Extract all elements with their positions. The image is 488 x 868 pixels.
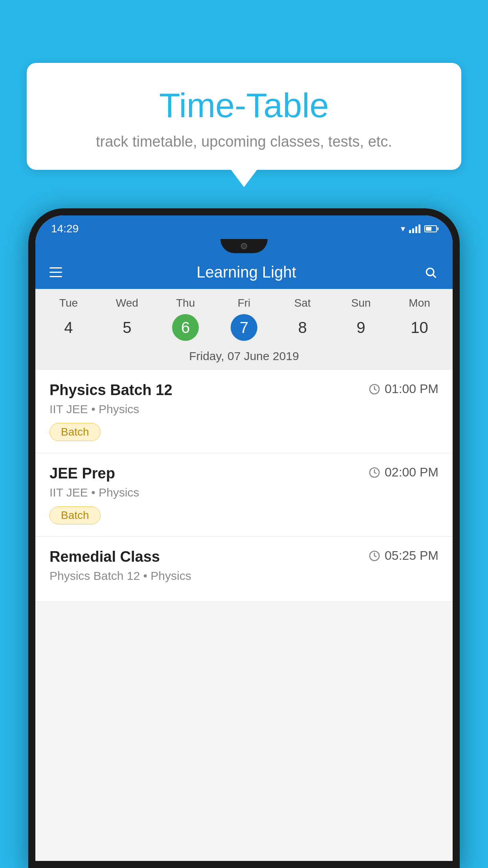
tooltip-title: Time-Table [42,86,446,125]
phone-screen: 14:29 ▾ [35,215,453,861]
class-name: Physics Batch 12 [50,382,172,399]
class-time-text: 01:00 PM [385,382,438,396]
wifi-icon: ▾ [401,224,405,234]
day-number: 10 [406,314,433,341]
class-card-header: Physics Batch 1201:00 PM [50,382,438,399]
class-card[interactable]: Remedial Class05:25 PMPhysics Batch 12 •… [35,537,453,602]
class-card[interactable]: JEE Prep02:00 PMIIT JEE • PhysicsBatch [35,453,453,537]
day-name: Fri [215,297,273,309]
day-name: Wed [98,297,156,309]
day-name: Sat [273,297,332,309]
calendar-day-10[interactable]: Mon10 [390,297,449,341]
status-time: 14:29 [51,223,79,235]
calendar-day-7[interactable]: Fri7 [215,297,273,341]
hamburger-line-1 [50,267,62,268]
battery-icon [424,225,437,232]
selected-date-label: Friday, 07 June 2019 [35,344,453,370]
class-time: 02:00 PM [368,465,438,480]
day-number: 9 [348,314,374,341]
phone-frame: 14:29 ▾ [28,208,460,868]
day-name: Tue [39,297,98,309]
class-card[interactable]: Physics Batch 1201:00 PMIIT JEE • Physic… [35,370,453,453]
status-icons: ▾ [401,224,437,234]
class-time-text: 02:00 PM [385,465,438,480]
class-name: Remedial Class [50,548,160,565]
class-meta: IIT JEE • Physics [50,403,438,416]
class-card-header: Remedial Class05:25 PM [50,548,438,565]
calendar-day-5[interactable]: Wed5 [98,297,156,341]
app-bar: Learning Light [35,256,453,289]
class-time: 01:00 PM [368,382,438,396]
app-title: Learning Light [70,263,423,281]
day-number: 8 [289,314,316,341]
class-name: JEE Prep [50,465,115,482]
calendar-section: Tue4Wed5Thu6Fri7Sat8Sun9Mon10 Friday, 07… [35,289,453,370]
notch [220,239,268,253]
clock-icon [368,550,381,562]
day-number: 4 [55,314,82,341]
class-meta: Physics Batch 12 • Physics [50,569,438,583]
tooltip-subtitle: track timetable, upcoming classes, tests… [42,133,446,150]
search-icon [424,266,437,279]
calendar-days-header: Tue4Wed5Thu6Fri7Sat8Sun9Mon10 [35,289,453,344]
day-number: 7 [231,314,257,341]
hamburger-line-3 [50,276,62,277]
day-name: Sun [332,297,390,309]
calendar-day-4[interactable]: Tue4 [39,297,98,341]
hamburger-icon[interactable] [50,267,62,277]
day-number: 5 [114,314,140,341]
calendar-day-8[interactable]: Sat8 [273,297,332,341]
signal-icon [409,224,420,233]
status-bar: 14:29 ▾ [35,215,453,239]
day-number: 6 [172,314,199,341]
class-time: 05:25 PM [368,548,438,563]
day-name: Mon [390,297,449,309]
clock-icon [368,466,381,479]
day-name: Thu [156,297,215,309]
search-button[interactable] [423,265,438,280]
clock-icon [368,383,381,395]
tooltip-card: Time-Table track timetable, upcoming cla… [27,63,461,170]
calendar-day-9[interactable]: Sun9 [332,297,390,341]
calendar-day-6[interactable]: Thu6 [156,297,215,341]
batch-tag: Batch [50,423,101,441]
content-list[interactable]: Physics Batch 1201:00 PMIIT JEE • Physic… [35,370,453,861]
batch-tag: Batch [50,506,101,524]
camera-dot [241,243,247,249]
class-card-header: JEE Prep02:00 PM [50,465,438,482]
class-meta: IIT JEE • Physics [50,486,438,499]
class-time-text: 05:25 PM [385,548,438,563]
svg-line-1 [433,275,436,278]
hamburger-line-2 [50,272,62,273]
notch-area [35,239,453,256]
svg-point-0 [426,268,434,276]
